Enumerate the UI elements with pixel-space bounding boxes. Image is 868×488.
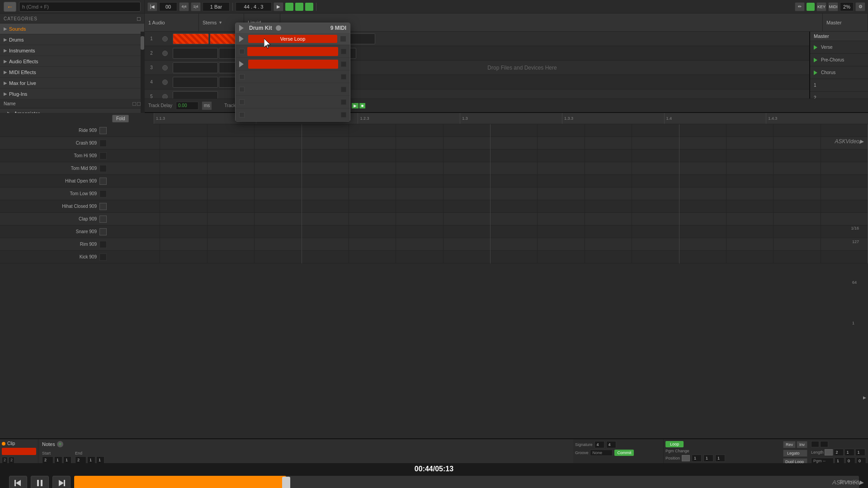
drum-cell[interactable] bbox=[726, 124, 774, 137]
drum-cell[interactable] bbox=[349, 213, 396, 225]
loop-button[interactable]: Loop bbox=[665, 441, 684, 447]
on-btn[interactable] bbox=[811, 441, 819, 447]
record-button[interactable] bbox=[162, 36, 168, 42]
popup-play-small[interactable] bbox=[239, 61, 245, 67]
drum-cell[interactable] bbox=[302, 200, 349, 213]
drum-cell[interactable] bbox=[821, 162, 868, 175]
drum-cell[interactable] bbox=[491, 251, 538, 263]
drum-cell[interactable] bbox=[585, 251, 632, 263]
drum-cell[interactable] bbox=[679, 188, 726, 200]
legato-button[interactable]: Legato bbox=[783, 450, 807, 457]
drum-cell[interactable] bbox=[774, 238, 821, 251]
drum-cell[interactable] bbox=[491, 175, 538, 188]
drum-cell[interactable] bbox=[160, 124, 207, 137]
drum-cell[interactable] bbox=[491, 225, 538, 238]
drum-cell[interactable] bbox=[821, 251, 868, 263]
commit-btn[interactable]: Commit bbox=[614, 450, 634, 456]
drum-cell[interactable] bbox=[443, 137, 491, 150]
drum-cell[interactable] bbox=[113, 251, 160, 263]
clip-slot[interactable] bbox=[173, 62, 218, 73]
drum-cell[interactable] bbox=[208, 225, 255, 238]
drum-cell[interactable] bbox=[255, 150, 302, 162]
drum-cell[interactable] bbox=[632, 200, 679, 213]
drum-cell[interactable] bbox=[632, 238, 679, 251]
drum-cell[interactable] bbox=[208, 188, 255, 200]
drum-cell[interactable] bbox=[679, 175, 726, 188]
drum-cell[interactable] bbox=[679, 162, 726, 175]
drum-cell[interactable] bbox=[585, 188, 632, 200]
master-item-1[interactable]: 1 bbox=[810, 79, 868, 92]
drum-cell[interactable] bbox=[349, 200, 396, 213]
position-btn[interactable] bbox=[682, 455, 690, 461]
drum-cell[interactable] bbox=[632, 124, 679, 137]
drum-cell[interactable] bbox=[632, 150, 679, 162]
drum-cell[interactable] bbox=[113, 150, 160, 162]
groove-value[interactable]: None bbox=[590, 450, 613, 456]
drum-cell[interactable] bbox=[255, 188, 302, 200]
drum-cell[interactable] bbox=[491, 238, 538, 251]
drum-cell[interactable] bbox=[632, 251, 679, 263]
clip-slot[interactable] bbox=[173, 48, 218, 59]
drum-cell[interactable] bbox=[396, 162, 443, 175]
drum-cell[interactable] bbox=[774, 162, 821, 175]
popup-verse-play[interactable] bbox=[239, 36, 245, 42]
drum-cell[interactable] bbox=[113, 162, 160, 175]
drum-cell[interactable] bbox=[302, 251, 349, 263]
off-btn[interactable] bbox=[820, 441, 828, 447]
drum-cell[interactable] bbox=[349, 251, 396, 263]
drum-cell[interactable] bbox=[396, 137, 443, 150]
drum-cell[interactable] bbox=[208, 213, 255, 225]
drum-cell[interactable] bbox=[113, 225, 160, 238]
end-bar-input[interactable] bbox=[87, 456, 95, 464]
drum-pad-button[interactable] bbox=[99, 165, 107, 172]
rev-button[interactable]: Rev bbox=[783, 441, 796, 448]
drum-cell[interactable] bbox=[396, 251, 443, 263]
drum-cell[interactable] bbox=[821, 225, 868, 238]
drum-cell[interactable] bbox=[443, 188, 491, 200]
popup-small-btn[interactable] bbox=[239, 87, 245, 92]
drum-cell[interactable] bbox=[726, 238, 774, 251]
popup-small-btn[interactable] bbox=[239, 112, 245, 117]
drum-pad-button[interactable] bbox=[99, 190, 107, 197]
drum-cell[interactable] bbox=[491, 162, 538, 175]
drum-cell[interactable] bbox=[821, 188, 868, 200]
drum-cell[interactable] bbox=[774, 124, 821, 137]
drum-cell[interactable] bbox=[679, 238, 726, 251]
drum-cell[interactable] bbox=[726, 175, 774, 188]
popup-clip-red2[interactable] bbox=[248, 60, 338, 69]
drum-cell[interactable] bbox=[160, 213, 207, 225]
drum-cell[interactable] bbox=[774, 213, 821, 225]
drum-cell[interactable] bbox=[160, 188, 207, 200]
drum-pad-button[interactable] bbox=[99, 127, 107, 134]
inv-button[interactable]: Inv bbox=[797, 441, 807, 448]
drum-cell[interactable] bbox=[208, 251, 255, 263]
drum-pad-button[interactable] bbox=[99, 203, 107, 210]
drum-cell[interactable] bbox=[302, 213, 349, 225]
sidebar-item-instruments[interactable]: ▶ Instruments bbox=[0, 45, 144, 56]
drum-cell[interactable] bbox=[585, 238, 632, 251]
record-button[interactable] bbox=[162, 51, 168, 56]
drum-cell[interactable] bbox=[349, 137, 396, 150]
drum-cell[interactable] bbox=[538, 251, 585, 263]
next-track-button[interactable] bbox=[52, 476, 71, 488]
drum-pad-button[interactable] bbox=[99, 228, 107, 235]
drum-cell[interactable] bbox=[443, 225, 491, 238]
start-beat-input[interactable] bbox=[63, 456, 71, 464]
drum-cell[interactable] bbox=[491, 150, 538, 162]
drum-cell[interactable] bbox=[632, 225, 679, 238]
drum-cell[interactable] bbox=[821, 200, 868, 213]
settings-button[interactable]: ⚙ bbox=[855, 2, 865, 11]
drum-cell[interactable] bbox=[302, 162, 349, 175]
drum-cell[interactable] bbox=[349, 175, 396, 188]
drum-cell[interactable] bbox=[255, 175, 302, 188]
drum-cell[interactable] bbox=[632, 188, 679, 200]
drum-cell[interactable] bbox=[821, 150, 868, 162]
drum-cell[interactable] bbox=[632, 162, 679, 175]
drum-cell[interactable] bbox=[396, 175, 443, 188]
drum-cell[interactable] bbox=[113, 213, 160, 225]
drum-cell[interactable] bbox=[585, 175, 632, 188]
drum-cell[interactable] bbox=[160, 200, 207, 213]
popup-small-btn[interactable] bbox=[239, 49, 245, 54]
drum-cell[interactable] bbox=[679, 137, 726, 150]
drum-cell[interactable] bbox=[726, 213, 774, 225]
